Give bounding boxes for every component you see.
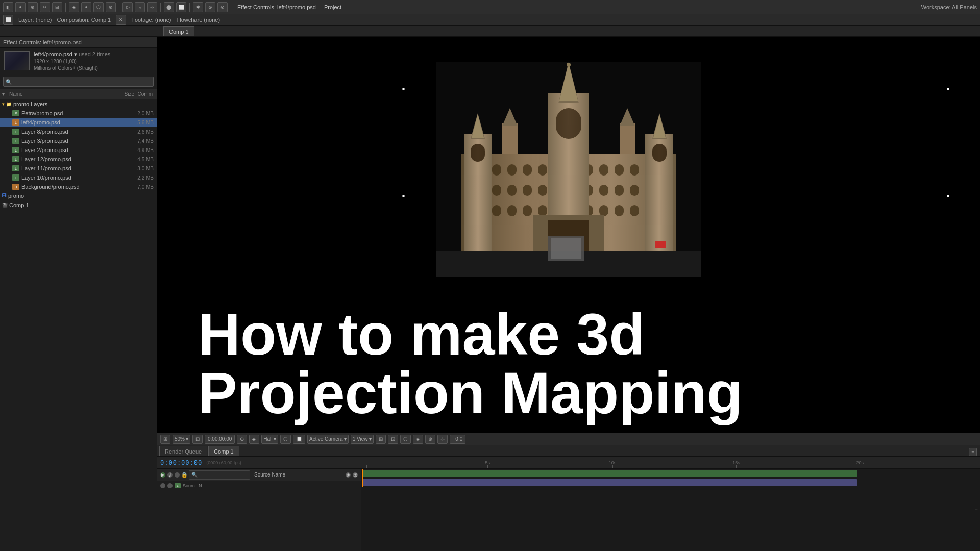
item-name-layer10: Layer 10/promo.psd (21, 174, 71, 181)
comp-tab-bar: Comp 1 (0, 26, 980, 37)
item-size-layer8: 2,6 MB (137, 129, 157, 135)
toolbar-btn-13[interactable]: ⬤ (164, 2, 174, 12)
tree-item-layer3[interactable]: L Layer 3/promo.psd 7,4 MB (0, 136, 157, 145)
tree-item-layer10[interactable]: L Layer 10/promo.psd 2,2 MB (0, 173, 157, 182)
toolbar-btn-12[interactable]: ⊹ (147, 2, 157, 12)
svg-rect-5 (507, 164, 517, 176)
toolbar-btn-9[interactable]: ⊛ (106, 2, 116, 12)
toolbar-btn-17[interactable]: ⊘ (217, 2, 228, 12)
toolbar-btn-14[interactable]: ⬜ (176, 2, 186, 12)
timeline-expand-btn[interactable]: ≡ (969, 448, 977, 456)
toolbar-btn-5[interactable]: ⊞ (52, 2, 62, 12)
tab-comp1[interactable]: Comp 1 (208, 446, 239, 456)
tree-item-layer11[interactable]: L Layer 11/promo.psd 3,0 MB (0, 164, 157, 173)
camera-record-btn[interactable]: ⊙ (237, 435, 247, 444)
col-name-header[interactable]: Name (9, 91, 104, 97)
toolbar-btn-3[interactable]: ⊕ (28, 2, 38, 12)
view-options-6[interactable]: ⊹ (437, 435, 448, 444)
tree-root-promo[interactable]: 🎞 promo (0, 191, 157, 201)
svg-rect-51 (620, 123, 635, 154)
tree-item-layer2[interactable]: L Layer 2/promo.psd 4,9 MB (0, 145, 157, 155)
tl-lock-btn[interactable]: 🔒 (182, 472, 187, 478)
item-size-layer11: 3,0 MB (137, 166, 157, 171)
view-options-1[interactable]: ⊞ (376, 435, 386, 444)
timecode-display[interactable]: 0:00:00:00 (160, 459, 202, 466)
file-tree: ▾ 📁 promo Layers P Petra/promo.psd 2,0 M… (0, 99, 157, 551)
file-color-mode: Millions of Colors+ (Straight) (34, 65, 153, 71)
svg-rect-25 (630, 185, 639, 196)
toolbar-btn-16[interactable]: ⊗ (205, 2, 215, 12)
tree-root-comp1[interactable]: 🎬 Comp 1 (0, 201, 157, 210)
footage-label: Footage: (none) (131, 17, 171, 23)
item-icon-layer2: L (12, 147, 19, 153)
timecode-display[interactable]: 0:00:00:00 (205, 435, 235, 444)
tl-layer-icon-1: L (175, 483, 181, 488)
building-image (436, 62, 701, 277)
views-dropdown[interactable]: 1 View ▾ (351, 435, 374, 444)
composition-label[interactable]: Composition: Comp 1 (57, 17, 111, 23)
comp-tab-1[interactable]: Comp 1 (163, 26, 194, 36)
toolbar-btn-6[interactable]: ◈ (69, 2, 79, 12)
tl-layer-lock[interactable] (167, 483, 173, 488)
view-options-4[interactable]: ◈ (413, 435, 423, 444)
tl-audio-btn[interactable]: ♩ (167, 472, 173, 478)
toolbar-btn-1[interactable]: ◧ (3, 2, 13, 12)
tab-render-queue[interactable]: Render Queue (159, 446, 207, 456)
comp-close-btn[interactable]: ✕ (116, 15, 126, 25)
playhead[interactable] (362, 469, 363, 487)
folder-icon: 📁 (6, 102, 12, 107)
tl-markers-btn[interactable]: ◈ (346, 472, 351, 478)
timeline-search-input[interactable] (189, 470, 250, 480)
toolbar-btn-4[interactable]: ✂ (40, 2, 50, 12)
item-icon-layer12: L (12, 156, 19, 162)
toolbar-btn-8[interactable]: ⬡ (93, 2, 104, 12)
toolbar-sep-4 (189, 3, 190, 12)
svg-rect-28 (492, 205, 501, 216)
fit-btn[interactable]: ⊡ (192, 435, 203, 444)
col-size-header[interactable]: Size (104, 91, 134, 97)
top-toolbar: ◧ ✦ ⊕ ✂ ⊞ ◈ ✦ ⬡ ⊛ ▷ ⬦ ⊹ ⬤ ⬜ ✱ ⊗ ⊘ Effect… (0, 0, 980, 14)
project-search-input[interactable] (3, 77, 154, 87)
view-options-5[interactable]: ⊛ (425, 435, 435, 444)
zoom-dropdown[interactable]: 50% ▾ (173, 435, 190, 444)
preview-btn[interactable]: ◈ (249, 435, 259, 444)
comp-viewer[interactable]: How to make 3d Projection Mapping (157, 37, 980, 433)
toolbar-btn-11[interactable]: ⬦ (135, 2, 145, 12)
tree-item-layer8[interactable]: L Layer 8/promo.psd 2,6 MB (0, 127, 157, 136)
channels-btn[interactable]: ⬡ (280, 435, 291, 444)
quality-dropdown[interactable]: Half ▾ (261, 435, 278, 444)
view-options-3[interactable]: ⬡ (400, 435, 411, 444)
toolbar-btn-7[interactable]: ✦ (81, 2, 91, 12)
timeline-ruler: 5s 10s 15s (361, 457, 980, 469)
file-name: left4/promo.psd ▾ used 2 times (34, 51, 153, 58)
toolbar-menu-project[interactable]: Project (321, 4, 345, 10)
view-options-2[interactable]: ⊡ (388, 435, 398, 444)
tree-item-layer12[interactable]: L Layer 12/promo.psd 4,5 MB (0, 155, 157, 164)
svg-point-44 (567, 63, 571, 67)
toolbar-menu-effect[interactable]: Effect Controls: left4/promo.psd (234, 4, 319, 10)
tree-item-left4[interactable]: L left4/promo.psd 5,6 MB (0, 118, 157, 127)
col-comment-header[interactable]: Comm (134, 91, 155, 97)
svg-rect-60 (551, 238, 581, 259)
main-layout: Effect Controls: left4/promo.psd left4/p… (0, 37, 980, 551)
tl-solo-btn[interactable]: ▶ (160, 472, 165, 478)
toolbar-btn-2[interactable]: ✦ (15, 2, 26, 12)
tl-switches-btn[interactable]: ⊞ (353, 472, 358, 478)
grid-toggle-btn[interactable]: ⊞ (160, 435, 170, 444)
file-details: left4/promo.psd ▾ used 2 times 1920 x 12… (34, 51, 153, 71)
tree-item-background[interactable]: B Background/promo.psd 7,0 MB (0, 182, 157, 191)
color-btn[interactable]: 🔲 (293, 435, 305, 444)
toolbar-btn-10[interactable]: ▷ (122, 2, 133, 12)
camera-dropdown[interactable]: Active Camera ▾ (307, 435, 349, 444)
tree-item-petra[interactable]: P Petra/promo.psd 2,0 MB (0, 109, 157, 118)
tl-layer-1[interactable]: L Source N... (157, 481, 361, 490)
ruler-15s: 15s (732, 460, 740, 468)
tl-layer-eye[interactable] (160, 483, 165, 488)
toolbar-btn-15[interactable]: ✱ (193, 2, 203, 12)
track-bar-1 (361, 469, 980, 478)
tl-mute-btn[interactable] (175, 472, 180, 478)
file-thumbnail (4, 51, 30, 70)
layer-bar-icon[interactable]: ⬜ (3, 15, 13, 25)
item-icon-layer3: L (12, 138, 19, 144)
tree-folder-promo[interactable]: ▾ 📁 promo Layers (0, 99, 157, 109)
